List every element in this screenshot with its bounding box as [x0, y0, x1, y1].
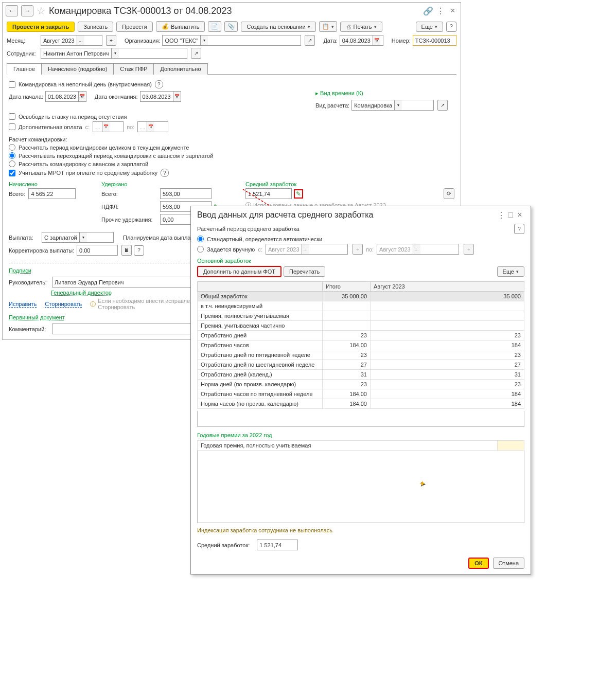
reread-button[interactable]: Перечитать	[284, 266, 325, 277]
row-name: Отработано дней	[198, 331, 323, 340]
period-manual-radio[interactable]	[197, 246, 204, 253]
fill-button[interactable]: Дополнить по данным ФОТ	[197, 266, 281, 277]
row-month	[371, 301, 524, 311]
calc-header: Расчет командировки:	[9, 136, 454, 142]
help-icon[interactable]: ?	[514, 224, 524, 234]
calc-icon[interactable]: 🖩	[121, 245, 132, 256]
tab-main[interactable]: Главное	[7, 63, 42, 75]
total-accrued: 4 565,22	[28, 188, 76, 199]
extra-button[interactable]: 📋	[319, 21, 337, 32]
extrapay-from: . . 📅	[93, 121, 124, 132]
row-name: Отработано часов	[198, 340, 323, 343]
emp-input[interactable]: Никитин Антон Петрович▾	[41, 48, 187, 59]
row-name: Премия, полностью учитываемая	[198, 311, 323, 321]
tab-accrued[interactable]: Начислено (подробно)	[41, 63, 114, 75]
nav-back-button[interactable]: ←	[6, 5, 18, 16]
free-checkbox[interactable]	[9, 113, 15, 120]
extrapay-to: . . 📅	[137, 121, 168, 132]
edit-avg-highlight: ✎	[294, 189, 303, 199]
mgr-input[interactable]: Липатов Эдуард Петрович	[52, 277, 201, 288]
popup-menu-icon[interactable]: ⋮	[497, 210, 506, 220]
write-button[interactable]: Записать	[78, 22, 113, 32]
primary-link[interactable]: Первичный документ	[9, 314, 65, 320]
avg-value: 1 521,74	[245, 188, 292, 199]
more-button[interactable]: Еще	[416, 22, 443, 32]
help-button[interactable]: ?	[446, 22, 456, 32]
emp-open[interactable]: ↗	[191, 48, 201, 59]
row-month	[371, 321, 524, 331]
payout-input[interactable]: С зарплатой▾	[42, 232, 114, 243]
favorite-icon[interactable]: ☆	[37, 5, 46, 17]
fix-link[interactable]: Исправить	[9, 301, 37, 308]
row-month: 35 000	[371, 292, 524, 301]
tab-pfr[interactable]: Стаж ПФР	[113, 63, 154, 75]
org-input[interactable]: ООО "ТЕКС"▾	[162, 35, 301, 46]
row-total	[323, 301, 371, 311]
avg-popup: Ввод данных для расчета среднего заработ…	[190, 206, 531, 342]
close-icon[interactable]: ×	[448, 6, 457, 15]
date-label: Дата:	[323, 38, 337, 44]
edit-avg-icon[interactable]: ✎	[296, 190, 301, 198]
pay-button[interactable]: 💰Выплатить	[156, 21, 205, 32]
help-icon[interactable]: ?	[155, 80, 163, 88]
period-from: Август 2023…	[266, 244, 348, 255]
menu-icon[interactable]: ⋮	[436, 6, 445, 15]
row-name: Общий заработок	[198, 292, 323, 301]
mrot-checkbox[interactable]	[9, 170, 15, 176]
extrapay-checkbox[interactable]	[9, 123, 15, 130]
end-input[interactable]: 03.08.2023📅	[140, 91, 181, 102]
attach-button[interactable]: 📎	[224, 21, 238, 32]
help-icon[interactable]: ?	[134, 245, 144, 256]
avgearn-label: Средний заработок	[245, 181, 454, 187]
main-earn-label: Основной заработок	[197, 258, 524, 264]
row-total: 35 000,00	[323, 292, 371, 301]
corr-input[interactable]: 0,00	[77, 245, 118, 256]
report-button[interactable]: 📄	[208, 21, 221, 32]
post-close-button[interactable]: Провести и закрыть	[7, 22, 75, 32]
month-input[interactable]: Август 2023…	[41, 35, 102, 46]
period-std-radio[interactable]	[197, 236, 204, 242]
popup-title: Ввод данных для расчета среднего заработ…	[197, 210, 373, 220]
help-icon[interactable]: ?	[161, 169, 169, 177]
calctype-open[interactable]: ↗	[437, 100, 448, 111]
emp-label: Сотрудник:	[7, 50, 39, 57]
tab-extra[interactable]: Дополнительно	[153, 63, 207, 75]
popup-more-button[interactable]: Еще	[497, 266, 524, 277]
withheld-label: Удержано	[101, 181, 220, 187]
row-total	[323, 321, 371, 331]
date-input[interactable]: 04.08.2023📅	[340, 35, 383, 46]
partial-checkbox[interactable]	[9, 81, 15, 88]
nav-forward-button[interactable]: →	[21, 5, 33, 16]
row-total	[323, 311, 371, 321]
org-open[interactable]: ↗	[305, 35, 315, 46]
storno-link[interactable]: Сторнировать	[45, 301, 82, 308]
calctype-input[interactable]: Командировка▾	[351, 100, 434, 111]
window-title: Командировка ТСЗК-000013 от 04.08.2023	[49, 6, 420, 16]
accrued-label: Начислено	[9, 181, 76, 187]
popup-max-icon[interactable]: □	[506, 210, 515, 220]
num-label: Номер:	[392, 38, 411, 44]
timekind-header[interactable]: ▸ Вид времени (К)	[315, 90, 454, 97]
org-label: Организация:	[125, 38, 160, 44]
link-icon[interactable]: 🔗	[424, 6, 433, 15]
sign-link[interactable]: Подписи	[9, 267, 31, 274]
num-input[interactable]: ТСЗК-000013	[413, 35, 456, 46]
calc-r1[interactable]	[9, 144, 15, 151]
total-withheld: 593,00	[160, 188, 212, 199]
refresh-button[interactable]: ⟳	[444, 188, 454, 199]
create-button[interactable]: Создать на основании	[241, 22, 315, 32]
earn-table[interactable]: ИтогоАвгуст 2023 Общий заработок35 000,0…	[197, 281, 524, 342]
calc-r3[interactable]	[9, 160, 15, 167]
mgr-pos-link[interactable]: Генеральный директор	[51, 290, 112, 296]
post-button[interactable]: Провести	[116, 22, 153, 32]
print-button[interactable]: 🖨 Печать	[340, 22, 382, 32]
row-month: 23	[371, 331, 524, 340]
row-month: 184	[371, 340, 524, 343]
calctype-label: Вид расчета:	[315, 102, 349, 109]
row-total: 23	[323, 331, 371, 340]
calc-r2[interactable]	[9, 152, 15, 159]
popup-close-icon[interactable]: ×	[515, 210, 524, 220]
month-spin[interactable]: ÷	[106, 35, 116, 46]
row-total: 184,00	[323, 340, 371, 343]
start-input[interactable]: 01.08.2023📅	[45, 91, 86, 102]
